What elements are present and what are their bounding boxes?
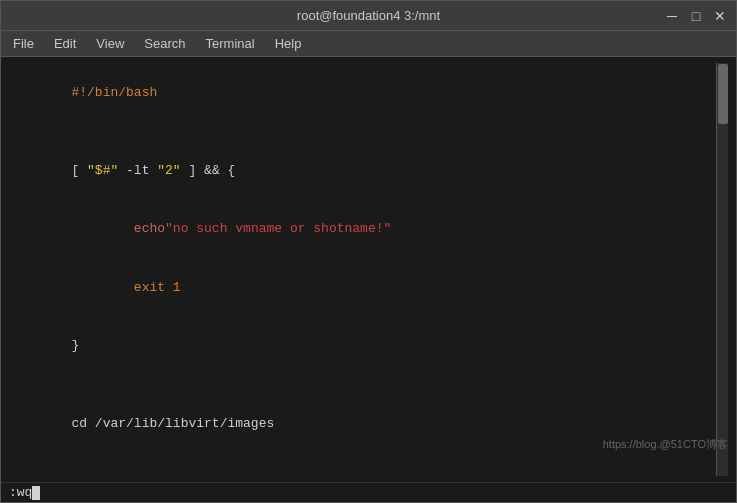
line-4: echo"no such vmname or shotname!" [9, 200, 716, 259]
cursor [32, 486, 40, 500]
menu-file[interactable]: File [5, 34, 42, 53]
maximize-button[interactable]: □ [688, 8, 704, 24]
menu-help[interactable]: Help [267, 34, 310, 53]
status-bar: :wq [1, 482, 736, 502]
line-5: exit 1 [9, 258, 716, 317]
window-title: root@foundation4 3:/mnt [297, 8, 440, 23]
menu-edit[interactable]: Edit [46, 34, 84, 53]
terminal-body[interactable]: #!/bin/bash [ "$#" -lt "2" ] && { echo"n… [1, 57, 736, 482]
terminal-content: #!/bin/bash [ "$#" -lt "2" ] && { echo"n… [9, 63, 716, 476]
close-button[interactable]: ✕ [712, 8, 728, 24]
line-blank-2 [9, 375, 716, 395]
menu-bar: File Edit View Search Terminal Help [1, 31, 736, 57]
scrollbar[interactable] [716, 63, 728, 476]
menu-search[interactable]: Search [136, 34, 193, 53]
menu-terminal[interactable]: Terminal [198, 34, 263, 53]
line-1: #!/bin/bash [9, 63, 716, 122]
scrollbar-thumb[interactable] [718, 64, 728, 124]
terminal-window: root@foundation4 3:/mnt ─ □ ✕ File Edit … [0, 0, 737, 503]
minimize-button[interactable]: ─ [664, 8, 680, 24]
vim-status: :wq [9, 485, 40, 500]
menu-view[interactable]: View [88, 34, 132, 53]
line-6: } [9, 317, 716, 376]
line-9: qemu-img create -f qcow2 -b $1.qcow2 $2.… [9, 453, 716, 476]
title-bar: root@foundation4 3:/mnt ─ □ ✕ [1, 1, 736, 31]
line-3: [ "$#" -lt "2" ] && { [9, 141, 716, 200]
watermark: https://blog.@51CTO博客 [603, 437, 728, 452]
line-blank-1 [9, 122, 716, 142]
window-controls: ─ □ ✕ [664, 8, 728, 24]
